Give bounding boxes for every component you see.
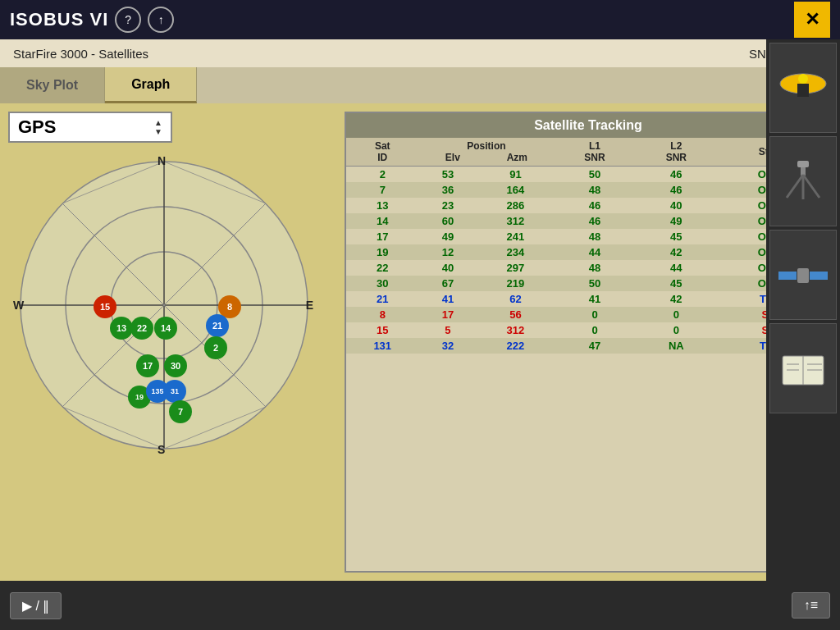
cell-l1: 0: [554, 307, 635, 322]
table-row: 7 36 164 48 46 OKsf1: [346, 182, 830, 198]
sidebar-item-4[interactable]: [769, 323, 837, 413]
sky-plot-svg: [8, 149, 320, 461]
col-l2: L2SNR: [636, 138, 717, 167]
cell-elv: 60: [418, 213, 477, 229]
tracking-area: Satellite Tracking SatID PositionElvAzm …: [345, 112, 832, 573]
cell-azm: 219: [477, 276, 554, 291]
gps-arrows: ▲ ▼: [154, 118, 162, 136]
list-button[interactable]: ↑≡: [792, 592, 830, 619]
cell-elv: 41: [418, 291, 477, 307]
sky-circle: N S E W 15 8 13 22 14 21 2 17 30 19 135 …: [8, 149, 320, 461]
sat-2: 2: [204, 336, 227, 359]
cell-l1: 48: [554, 229, 635, 244]
cell-l1: 46: [554, 198, 635, 213]
info-button[interactable]: ↑: [148, 7, 174, 33]
cell-azm: 91: [477, 167, 554, 183]
table-row: 17 49 241 48 45 OKsf1: [346, 229, 830, 244]
cell-l2: NA: [636, 338, 717, 354]
cell-azm: 286: [477, 198, 554, 213]
cell-elv: 32: [418, 338, 477, 354]
compass-w: W: [13, 299, 24, 312]
cell-l1: 47: [554, 338, 635, 354]
cell-azm: 234: [477, 244, 554, 260]
cell-elv: 53: [418, 167, 477, 183]
cell-azm: 312: [477, 213, 554, 229]
gps-device-icon: [774, 67, 832, 108]
sky-plot-area: GPS ▲ ▼: [8, 112, 336, 573]
cell-l1: 48: [554, 182, 635, 198]
close-button[interactable]: ✕: [794, 2, 830, 38]
book-icon: [774, 348, 832, 389]
app-title: ISOBUS VI: [10, 9, 108, 30]
sidebar-item-2[interactable]: [769, 136, 837, 226]
gps-selector[interactable]: GPS ▲ ▼: [8, 112, 172, 143]
tab-graph[interactable]: Graph: [105, 67, 197, 103]
cell-l1: 44: [554, 244, 635, 260]
cell-l1: 50: [554, 276, 635, 291]
cell-l2: 0: [636, 307, 717, 322]
sat-15: 15: [94, 295, 116, 318]
table-row: 8 17 56 0 0 Srch: [346, 307, 830, 322]
sat-14: 14: [154, 317, 177, 340]
table-row: 131 32 222 47 NA Track: [346, 338, 830, 354]
table-row: 14 60 312 46 49 OKsf1: [346, 213, 830, 229]
right-sidebar: [766, 39, 840, 581]
table-row: 19 12 234 44 42 OKsf1: [346, 244, 830, 260]
cell-elv: 49: [418, 229, 477, 244]
cell-elv: 36: [418, 182, 477, 198]
subtitle-bar: StarFire 3000 - Satellites SN: 483766: [0, 39, 840, 67]
svg-rect-21: [810, 272, 828, 280]
cell-l2: 46: [636, 182, 717, 198]
help-button[interactable]: ?: [115, 7, 141, 33]
tracking-table: SatID PositionElvAzm L1SNR L2SNR Status …: [346, 138, 830, 354]
svg-rect-20: [778, 272, 797, 280]
compass-s: S: [158, 443, 165, 456]
svg-rect-19: [797, 268, 809, 283]
cell-elv: 17: [418, 307, 477, 322]
table-row: 15 5 312 0 0 Srch: [346, 322, 830, 338]
cell-l2: 0: [636, 322, 717, 338]
main-content: GPS ▲ ▼: [0, 103, 840, 581]
tracking-title: Satellite Tracking: [346, 113, 830, 138]
cell-azm: 222: [477, 338, 554, 354]
play-pause-button[interactable]: ▶ / ‖: [10, 592, 62, 619]
cell-l1: 0: [554, 322, 635, 338]
sat-22: 22: [130, 317, 153, 340]
cell-sat-id: 7: [346, 182, 418, 198]
cell-azm: 297: [477, 260, 554, 276]
cell-azm: 164: [477, 182, 554, 198]
sidebar-item-1[interactable]: [769, 43, 837, 133]
sat-21: 21: [206, 314, 229, 337]
sat-30: 30: [164, 354, 187, 377]
cell-l2: 46: [636, 167, 717, 183]
cell-elv: 12: [418, 244, 477, 260]
tab-sky-plot[interactable]: Sky Plot: [0, 67, 105, 103]
table-row: 22 40 297 48 44 OKsf1: [346, 260, 830, 276]
cell-l2: 49: [636, 213, 717, 229]
sidebar-item-3[interactable]: [769, 230, 837, 320]
svg-line-17: [803, 175, 819, 198]
sat-17: 17: [136, 354, 159, 377]
cell-sat-id: 14: [346, 213, 418, 229]
cell-l1: 50: [554, 167, 635, 183]
top-bar: ISOBUS VI ? ↑ ✕: [0, 0, 840, 39]
toolbar: ▶ / ‖ ↑≡: [0, 581, 840, 630]
table-row: 30 67 219 50 45 OKsf1: [346, 276, 830, 291]
sat-7: 7: [169, 400, 192, 423]
gps-label: GPS: [18, 116, 56, 138]
cell-elv: 40: [418, 260, 477, 276]
svg-point-13: [798, 74, 808, 84]
cell-sat-id: 2: [346, 167, 418, 183]
cell-l1: 46: [554, 213, 635, 229]
cell-l2: 45: [636, 229, 717, 244]
cell-elv: 23: [418, 198, 477, 213]
cell-azm: 56: [477, 307, 554, 322]
cell-azm: 62: [477, 291, 554, 307]
cell-l1: 48: [554, 260, 635, 276]
cell-l1: 41: [554, 291, 635, 307]
toolbar-right: ↑≡: [792, 592, 830, 619]
cell-l2: 42: [636, 244, 717, 260]
svg-rect-12: [797, 84, 809, 97]
cell-sat-id: 19: [346, 244, 418, 260]
tab-bar: Sky Plot Graph: [0, 67, 840, 103]
